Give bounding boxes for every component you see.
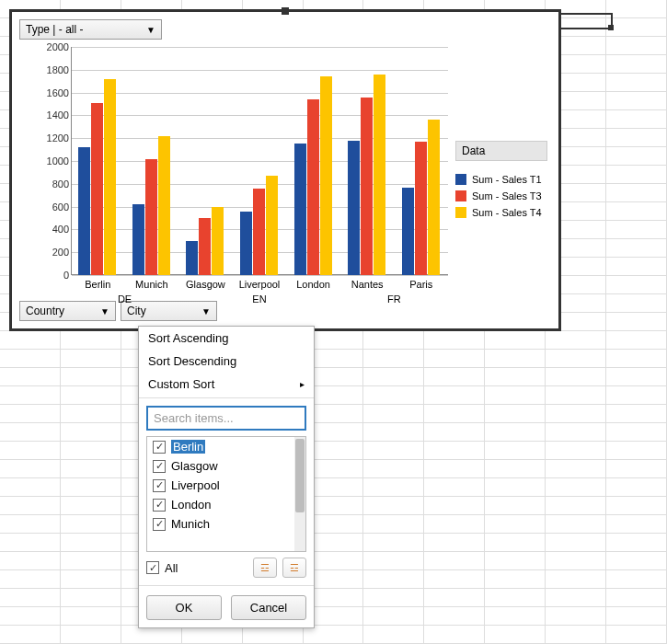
x-category-label: Nantes (340, 279, 394, 290)
filter-item-checkbox[interactable] (153, 518, 166, 531)
bar (78, 147, 90, 275)
cancel-button[interactable]: Cancel (231, 595, 306, 620)
y-tick-label: 600 (52, 201, 69, 213)
all-label: All (165, 561, 178, 575)
legend-swatch (455, 190, 466, 201)
city-filter-popup: Sort Ascending Sort Descending Custom So… (138, 326, 315, 628)
show-only-current-button[interactable]: ☲ (253, 558, 277, 578)
y-tick-label: 0 (63, 270, 69, 281)
selected-cell[interactable] (559, 13, 613, 29)
bar (348, 141, 360, 275)
filter-item-row[interactable]: Munich (147, 514, 294, 534)
bar (199, 218, 211, 275)
legend-item: Sum - Sales T3 (455, 190, 547, 201)
bar (361, 98, 373, 275)
legend-swatch (455, 174, 466, 185)
x-category-label: Paris (395, 279, 448, 290)
filter-item-label: London (171, 498, 211, 512)
bar (240, 212, 252, 275)
bar (91, 103, 103, 275)
legend-label: Sum - Sales T3 (472, 190, 542, 201)
bar (428, 120, 440, 275)
hide-only-current-button[interactable]: ☲ (282, 558, 306, 578)
chart-legend: Data Sum - Sales T1Sum - Sales T3Sum - S… (455, 141, 547, 224)
legend-label: Sum - Sales T1 (472, 174, 542, 185)
filter-item-list: BerlinGlasgowLiverpoolLondonMunich (146, 436, 306, 552)
y-tick-label: 1800 (47, 64, 69, 75)
filter-item-row[interactable]: London (147, 495, 294, 514)
filter-item-row[interactable]: Liverpool (147, 476, 294, 495)
filter-item-checkbox[interactable] (153, 479, 166, 492)
all-checkbox[interactable] (146, 561, 159, 574)
pivot-chart-frame[interactable]: Type | - all - ▼ Country ▼ City ▼ 020040… (9, 9, 561, 331)
x-category-label: London (287, 279, 340, 290)
x-category-label: Liverpool (233, 279, 286, 290)
y-tick-label: 1600 (47, 87, 69, 98)
custom-sort-menu[interactable]: Custom Sort▸ (139, 373, 314, 396)
menu-separator (139, 397, 314, 398)
x-category-label: Berlin (71, 279, 124, 290)
type-filter-dropdown[interactable]: Type | - all - ▼ (19, 19, 162, 40)
legend-title: Data (455, 141, 547, 161)
country-filter-label: Country (26, 305, 64, 317)
legend-label: Sum - Sales T4 (472, 207, 542, 218)
filter-item-checkbox[interactable] (153, 441, 166, 454)
filter-item-checkbox[interactable] (153, 460, 166, 473)
bar (145, 159, 157, 275)
filter-item-row[interactable]: Glasgow (147, 456, 294, 476)
x-axis-labels: BerlinMunichGlasgowLiverpoolLondonNantes… (71, 275, 448, 310)
filter-item-label: Liverpool (171, 478, 220, 492)
menu-separator (139, 585, 314, 586)
y-tick-label: 1000 (47, 155, 69, 167)
y-tick-label: 1400 (47, 109, 69, 121)
chart-plot-area: 0200400600800100012001400160018002000 Be… (38, 47, 452, 295)
y-tick-label: 1200 (47, 132, 69, 144)
filter-item-label: Munich (171, 517, 210, 531)
bar (186, 241, 198, 275)
bar (374, 75, 385, 275)
y-tick-label: 2000 (47, 41, 69, 52)
bar (266, 176, 278, 275)
chevron-down-icon: ▼ (146, 25, 155, 35)
ok-button[interactable]: OK (146, 595, 222, 620)
y-tick-label: 800 (52, 178, 69, 190)
bar (415, 142, 427, 275)
filter-item-checkbox[interactable] (153, 499, 166, 512)
x-category-label: Glasgow (178, 279, 232, 290)
legend-item: Sum - Sales T4 (455, 207, 547, 218)
type-filter-label: Type | - all - (26, 23, 83, 36)
bar (294, 144, 306, 275)
legend-swatch (455, 207, 466, 218)
bar (212, 207, 224, 275)
x-country-label: DE (118, 293, 132, 305)
sort-descending-menu[interactable]: Sort Descending (139, 350, 314, 373)
filter-item-label: Berlin (171, 440, 205, 454)
x-category-label: Munich (125, 279, 178, 290)
y-axis: 0200400600800100012001400160018002000 (38, 47, 71, 275)
search-input[interactable] (146, 406, 306, 431)
y-tick-label: 200 (52, 247, 69, 258)
x-country-label: FR (387, 293, 401, 305)
sort-ascending-menu[interactable]: Sort Ascending (139, 327, 314, 350)
bar (158, 136, 170, 275)
submenu-arrow-icon: ▸ (300, 379, 305, 389)
filter-item-label: Glasgow (171, 459, 218, 473)
bars-container (71, 47, 448, 275)
bar (320, 76, 332, 275)
x-country-label: EN (252, 293, 266, 305)
scrollbar-thumb[interactable] (295, 439, 305, 512)
bar (307, 99, 319, 275)
bar (132, 204, 144, 275)
bar (402, 188, 414, 275)
scrollbar[interactable] (294, 437, 305, 551)
y-tick-label: 400 (52, 224, 69, 235)
filter-item-row[interactable]: Berlin (147, 437, 294, 456)
bar (253, 189, 265, 275)
bar (104, 79, 116, 275)
legend-item: Sum - Sales T1 (455, 174, 547, 185)
